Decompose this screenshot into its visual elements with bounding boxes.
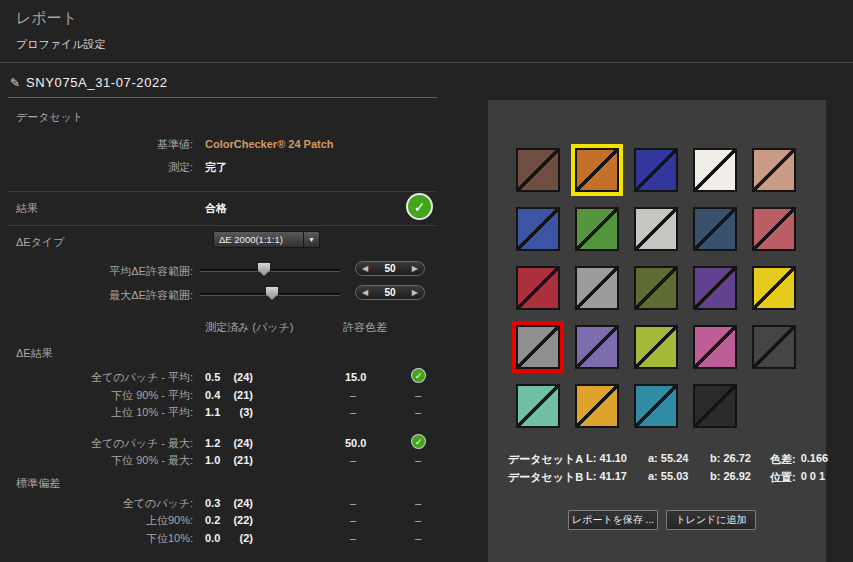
- delta-e-type-dropdown[interactable]: ΔE 2000(1:1:1) ▼: [213, 231, 320, 248]
- result-row-label: 下位 90% - 平均:: [8, 388, 193, 402]
- profile-row: ✎ SNY075A_31-07-2022: [10, 75, 168, 90]
- result-row-count: (24): [221, 496, 253, 510]
- color-patch[interactable]: [516, 384, 560, 428]
- dataset-a-b: b: 26.72: [710, 452, 770, 467]
- color-patch[interactable]: [693, 148, 737, 192]
- color-patch[interactable]: [693, 384, 737, 428]
- dataset-a-a: a: 55.24: [648, 452, 710, 467]
- result-row-label: 下位 90% - 最大:: [8, 453, 193, 467]
- result-row-count: (22): [221, 513, 253, 527]
- dataset-b-readout: データセットB L: 41.17 a: 55.03 b: 26.92 位置: 0…: [508, 470, 825, 485]
- section-dataset-label: データセット: [16, 110, 83, 125]
- position-label: 位置:: [770, 470, 796, 485]
- result-row-value: 1.0: [205, 453, 220, 467]
- reference-value: ColorChecker® 24 Patch: [205, 137, 334, 151]
- chevron-down-icon: ▼: [303, 232, 319, 247]
- result-row-value: 0.4: [205, 388, 220, 402]
- result-row-count: (3): [221, 405, 253, 419]
- max-tolerance-label: 最大ΔE許容範囲:: [8, 288, 193, 302]
- color-patch[interactable]: [634, 266, 678, 310]
- result-row-count: (2): [221, 531, 253, 545]
- max-tolerance-stepper: ◀ 50 ▶: [355, 285, 425, 300]
- dataset-b-L: L: 41.17: [586, 470, 648, 485]
- dataset-b-label: データセットB: [508, 470, 586, 485]
- color-patch[interactable]: [575, 266, 619, 310]
- result-row-tolerance: 50.0: [345, 436, 366, 450]
- color-patch[interactable]: [575, 207, 619, 251]
- result-row-label: 下位10%:: [8, 531, 193, 545]
- slider-track[interactable]: [200, 269, 340, 272]
- color-patch[interactable]: [634, 384, 678, 428]
- slider-thumb[interactable]: [266, 287, 278, 300]
- result-row-tolerance: –: [350, 453, 356, 467]
- color-patch-selected[interactable]: [516, 325, 560, 369]
- color-patch[interactable]: [752, 207, 796, 251]
- avg-tolerance-value: 50: [384, 263, 395, 274]
- result-row-count: (21): [221, 453, 253, 467]
- slider-thumb[interactable]: [258, 263, 270, 276]
- dataset-a-label: データセットA: [508, 452, 586, 467]
- color-patch[interactable]: [752, 325, 796, 369]
- color-patch[interactable]: [693, 325, 737, 369]
- result-row-value: 0.3: [205, 496, 220, 510]
- color-patch-selected[interactable]: [575, 148, 619, 192]
- color-diff-label: 色差:: [770, 452, 796, 467]
- report-window: レポート プロファイル設定 ✎ SNY075A_31-07-2022 データセッ…: [0, 0, 853, 562]
- result-label: 結果: [16, 201, 38, 215]
- max-tolerance-slider[interactable]: [200, 287, 340, 300]
- avg-tolerance-stepper: ◀ 50 ▶: [355, 261, 425, 276]
- color-patch[interactable]: [575, 384, 619, 428]
- result-row-status: –: [415, 405, 421, 419]
- color-patch[interactable]: [693, 207, 737, 251]
- color-patch[interactable]: [634, 148, 678, 192]
- result-row-count: (24): [221, 436, 253, 450]
- color-patch[interactable]: [752, 148, 796, 192]
- result-row-value: 1.2: [205, 436, 220, 450]
- patch-grid: [516, 148, 796, 428]
- dataset-b-b: b: 26.92: [710, 470, 770, 485]
- avg-tolerance-label: 平均ΔE許容範囲:: [8, 264, 193, 278]
- color-patch[interactable]: [634, 207, 678, 251]
- column-header-tolerance: 許容色差: [343, 320, 387, 334]
- result-row-value: 0.5: [205, 370, 220, 384]
- row-check-icon: ✓: [412, 435, 425, 448]
- color-patch[interactable]: [752, 266, 796, 310]
- color-diff-value: 0.166: [801, 452, 829, 467]
- color-patch[interactable]: [516, 266, 560, 310]
- color-patch[interactable]: [516, 207, 560, 251]
- result-row-tolerance: –: [350, 531, 356, 545]
- save-report-button[interactable]: レポートを保存 ...: [568, 510, 658, 530]
- result-row-status: –: [415, 531, 421, 545]
- result-row-tolerance: –: [350, 405, 356, 419]
- result-row-value: 0.0: [205, 531, 220, 545]
- color-patch[interactable]: [575, 325, 619, 369]
- stepper-left-icon[interactable]: ◀: [362, 286, 368, 299]
- pass-check-icon: ✓: [408, 195, 431, 218]
- page-title: レポート: [16, 9, 77, 28]
- avg-tolerance-slider[interactable]: [200, 263, 340, 276]
- result-row-label: 全てのパッチ - 平均:: [8, 370, 193, 384]
- dataset-a-readout: データセットA L: 41.10 a: 55.24 b: 26.72 色差: 0…: [508, 452, 828, 467]
- result-row-label: 全てのパッチ:: [8, 496, 193, 510]
- dataset-a-L: L: 41.10: [586, 452, 648, 467]
- result-row-value: 0.2: [205, 513, 220, 527]
- result-row-label: 全てのパッチ - 最大:: [8, 436, 193, 450]
- stepper-right-icon[interactable]: ▶: [412, 262, 418, 275]
- reference-label: 基準値:: [8, 137, 193, 151]
- stepper-left-icon[interactable]: ◀: [362, 262, 368, 275]
- result-row-count: (21): [221, 388, 253, 402]
- add-to-trend-button[interactable]: トレンドに追加: [666, 510, 756, 530]
- stepper-right-icon[interactable]: ▶: [412, 286, 418, 299]
- measurement-value: 完了: [205, 160, 227, 174]
- edit-icon[interactable]: ✎: [10, 76, 20, 90]
- result-row-value: 1.1: [205, 405, 220, 419]
- result-row-status: –: [415, 388, 421, 402]
- profile-name: SNY075A_31-07-2022: [26, 75, 168, 90]
- result-row-tolerance: –: [350, 496, 356, 510]
- color-patch[interactable]: [634, 325, 678, 369]
- row-check-icon: ✓: [412, 369, 425, 382]
- color-patch[interactable]: [693, 266, 737, 310]
- color-patch[interactable]: [516, 148, 560, 192]
- profile-divider: [8, 97, 437, 98]
- result-row-label: 上位90%:: [8, 513, 193, 527]
